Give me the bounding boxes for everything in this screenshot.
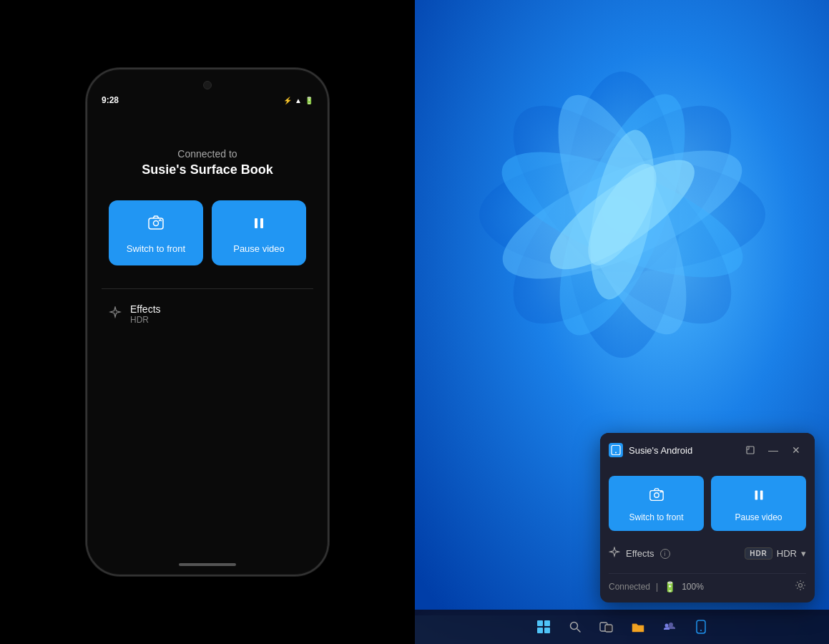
win-switch-front-label: Switch to front bbox=[629, 512, 683, 522]
svg-rect-3 bbox=[260, 218, 263, 228]
front-camera bbox=[203, 81, 212, 89]
right-panel: Susie's Android — ✕ bbox=[415, 0, 829, 644]
switch-front-button[interactable]: Switch to front bbox=[109, 200, 203, 265]
svg-point-17 bbox=[615, 452, 617, 454]
taskbar bbox=[415, 610, 829, 644]
switch-front-label: Switch to front bbox=[127, 243, 185, 254]
connected-status-label: Connected bbox=[609, 582, 650, 592]
hdr-badge: HDR HDR ▾ bbox=[745, 547, 806, 560]
battery-percent-label: 100% bbox=[682, 582, 704, 592]
bluetooth-icon: ⚡ bbox=[283, 97, 292, 104]
volume-down-button[interactable] bbox=[86, 220, 87, 248]
svg-rect-21 bbox=[755, 491, 757, 500]
svg-point-32 bbox=[664, 624, 668, 628]
svg-rect-26 bbox=[537, 628, 543, 633]
left-panel: 9:28 ⚡ ▲ 🔋 Connected to Susie's Surface … bbox=[0, 0, 415, 644]
window-controls: — ✕ bbox=[740, 440, 806, 460]
svg-rect-25 bbox=[544, 620, 550, 626]
svg-point-23 bbox=[799, 584, 803, 587]
phone-action-buttons: Switch to front Pause video bbox=[102, 200, 313, 265]
pause-icon bbox=[250, 215, 268, 236]
wifi-icon: ▲ bbox=[295, 97, 302, 104]
effects-row: Effects HDR bbox=[102, 295, 313, 333]
file-explorer-icon[interactable] bbox=[624, 613, 652, 641]
phone-mockup: 9:28 ⚡ ▲ 🔋 Connected to Susie's Surface … bbox=[86, 68, 329, 576]
svg-rect-22 bbox=[760, 491, 762, 500]
battery-icon: 🔋 bbox=[305, 97, 313, 104]
home-indicator[interactable] bbox=[179, 563, 236, 566]
svg-rect-2 bbox=[255, 218, 257, 228]
teams-icon[interactable] bbox=[655, 613, 684, 641]
window-title-left: Susie's Android bbox=[609, 443, 692, 457]
win-sparkle-icon bbox=[609, 547, 620, 560]
svg-point-1 bbox=[154, 221, 159, 226]
phone-divider bbox=[102, 288, 313, 289]
svg-point-20 bbox=[654, 493, 658, 497]
task-view-icon[interactable] bbox=[592, 613, 621, 641]
phone-status-bar: 9:28 ⚡ ▲ 🔋 bbox=[87, 89, 328, 105]
win-effects-row: Effects i HDR HDR ▾ bbox=[609, 542, 806, 565]
hdr-tag: HDR bbox=[745, 547, 772, 560]
close-button[interactable]: ✕ bbox=[786, 440, 806, 460]
win-pause-video-button[interactable]: Pause video bbox=[711, 476, 806, 531]
phone-status-icons: ⚡ ▲ 🔋 bbox=[283, 97, 313, 104]
pause-video-button[interactable]: Pause video bbox=[212, 200, 306, 265]
footer-left: Connected | 🔋 100% bbox=[609, 581, 704, 592]
expand-button[interactable] bbox=[740, 440, 760, 460]
footer-divider: | bbox=[656, 582, 658, 592]
phone-link-window: Susie's Android — ✕ bbox=[600, 433, 815, 602]
pause-video-label: Pause video bbox=[233, 243, 285, 254]
phone-link-app-icon bbox=[609, 443, 623, 457]
svg-point-28 bbox=[570, 623, 577, 630]
minimize-icon: — bbox=[768, 444, 778, 456]
svg-rect-27 bbox=[544, 628, 550, 633]
svg-rect-19 bbox=[649, 491, 662, 501]
phone-content: Connected to Susie's Surface Book Switch… bbox=[87, 105, 328, 563]
window-footer: Connected | 🔋 100% bbox=[609, 573, 806, 594]
svg-rect-24 bbox=[537, 620, 543, 626]
volume-up-button[interactable] bbox=[86, 184, 87, 213]
effects-label: Effects bbox=[130, 303, 161, 315]
svg-rect-33 bbox=[697, 620, 705, 633]
close-icon: ✕ bbox=[792, 444, 800, 456]
win-switch-front-button[interactable]: Switch to front bbox=[609, 476, 704, 531]
effects-info-icon[interactable]: i bbox=[660, 549, 670, 559]
win-pause-icon bbox=[751, 487, 767, 507]
search-taskbar-icon[interactable] bbox=[561, 613, 589, 641]
connected-label: Connected to bbox=[177, 148, 237, 160]
hdr-dropdown-icon[interactable]: ▾ bbox=[801, 548, 806, 559]
device-name-label: Susie's Surface Book bbox=[142, 162, 273, 177]
win-action-buttons: Switch to front Pause video bbox=[609, 476, 806, 531]
win-switch-camera-icon bbox=[649, 487, 664, 507]
svg-rect-16 bbox=[612, 446, 620, 455]
win-pause-video-label: Pause video bbox=[735, 512, 782, 522]
windows-start-icon[interactable] bbox=[529, 613, 558, 641]
phone-time: 9:28 bbox=[102, 95, 119, 105]
sparkle-icon bbox=[109, 306, 122, 322]
settings-gear-icon[interactable] bbox=[795, 580, 806, 594]
effects-text: Effects HDR bbox=[130, 303, 161, 325]
svg-point-34 bbox=[700, 630, 702, 631]
win-effects-left: Effects i bbox=[609, 547, 670, 560]
svg-rect-30 bbox=[605, 625, 612, 632]
minimize-button[interactable]: — bbox=[763, 440, 783, 460]
window-body: Switch to front Pause video bbox=[600, 467, 815, 602]
switch-camera-icon bbox=[147, 215, 165, 236]
window-titlebar: Susie's Android — ✕ bbox=[600, 433, 815, 467]
hdr-value: HDR bbox=[777, 548, 797, 559]
svg-rect-18 bbox=[747, 447, 754, 454]
footer-battery-icon: 🔋 bbox=[664, 581, 676, 592]
effects-sub: HDR bbox=[130, 315, 161, 325]
window-title-text: Susie's Android bbox=[629, 445, 692, 456]
phone-link-taskbar-icon[interactable] bbox=[687, 613, 715, 641]
win-effects-label: Effects bbox=[626, 548, 654, 559]
